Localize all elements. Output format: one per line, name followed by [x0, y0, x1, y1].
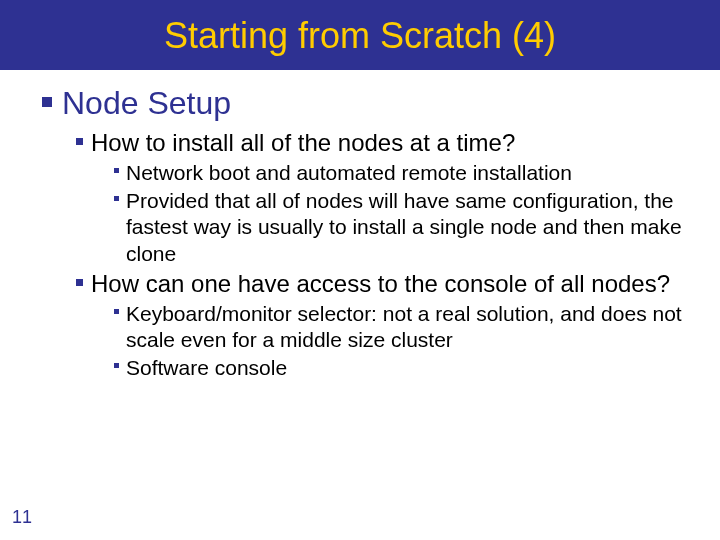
square-bullet-icon	[114, 168, 119, 173]
bullet-lvl3: Software console	[114, 355, 690, 381]
question-2: How can one have access to the console o…	[91, 269, 690, 299]
square-bullet-icon	[76, 138, 83, 145]
q1-item-a: Network boot and automated remote instal…	[126, 160, 690, 186]
question-1: How to install all of the nodes at a tim…	[91, 128, 690, 158]
bullet-lvl2: How to install all of the nodes at a tim…	[76, 128, 690, 158]
bullet-lvl2: How can one have access to the console o…	[76, 269, 690, 299]
page-number: 11	[12, 507, 32, 528]
bullet-lvl3: Keyboard/monitor selector: not a real so…	[114, 301, 690, 354]
bullet-lvl3: Network boot and automated remote instal…	[114, 160, 690, 186]
q1-item-b: Provided that all of nodes will have sam…	[126, 188, 690, 267]
heading-text: Node Setup	[62, 85, 231, 121]
square-bullet-icon	[114, 363, 119, 368]
slide: Starting from Scratch (4) Node Setup How…	[0, 0, 720, 540]
square-bullet-icon	[42, 97, 52, 107]
square-bullet-icon	[76, 279, 83, 286]
square-bullet-icon	[114, 196, 119, 201]
bullet-lvl3: Provided that all of nodes will have sam…	[114, 188, 690, 267]
slide-title: Starting from Scratch (4)	[0, 16, 720, 56]
square-bullet-icon	[114, 309, 119, 314]
q2-item-b: Software console	[126, 355, 690, 381]
q2-item-a: Keyboard/monitor selector: not a real so…	[126, 301, 690, 354]
heading-lvl1: Node Setup	[42, 84, 690, 122]
slide-content: Node Setup How to install all of the nod…	[0, 70, 720, 382]
title-bar: Starting from Scratch (4)	[0, 0, 720, 70]
